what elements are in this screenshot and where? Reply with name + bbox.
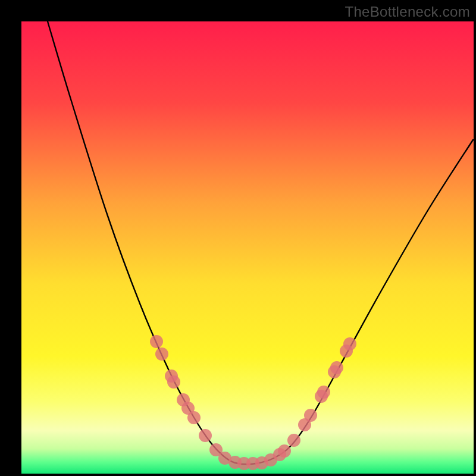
data-point	[167, 375, 180, 389]
data-point	[187, 411, 201, 424]
data-point	[199, 429, 212, 442]
data-point	[343, 337, 356, 350]
data-point	[304, 409, 317, 422]
chart-frame: TheBottleneck.com	[0, 0, 476, 476]
watermark-text: TheBottleneck.com	[345, 4, 470, 20]
data-point	[150, 335, 163, 348]
data-point	[273, 448, 286, 461]
data-point	[317, 386, 330, 399]
bottleneck-chart	[0, 0, 476, 476]
data-point	[287, 434, 300, 447]
data-point	[330, 361, 343, 374]
data-point	[155, 347, 168, 361]
